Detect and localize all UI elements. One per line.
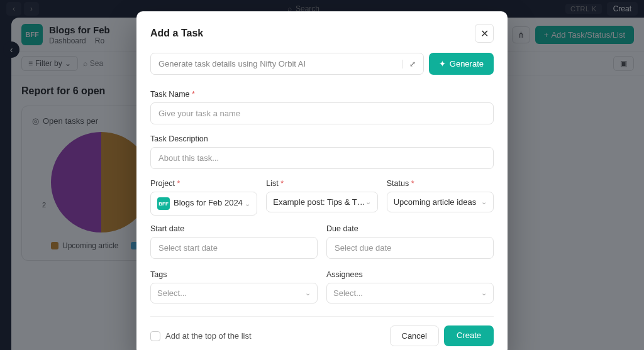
modal-title: Add a Task (150, 28, 203, 39)
due-date-label: Due date (326, 224, 494, 233)
add-top-label: Add at the top of the list (165, 331, 252, 341)
add-task-modal: Add a Task ✕ Generate task details using… (136, 11, 508, 350)
status-label: Status * (387, 179, 494, 188)
cancel-button[interactable]: Cancel (390, 325, 439, 346)
chevron-down-icon: ⌄ (305, 289, 311, 297)
list-select[interactable]: Example post: Tips & T… ⌄ (266, 192, 377, 212)
status-select[interactable]: Upcoming article ideas ⌄ (387, 192, 494, 212)
task-desc-input[interactable]: About this task... (150, 147, 494, 169)
due-date-input[interactable]: Select due date (326, 237, 494, 259)
list-label: List * (266, 179, 377, 188)
ai-placeholder: Generate task details using Nifty Orbit … (158, 59, 306, 68)
start-date-label: Start date (150, 224, 318, 233)
task-name-input[interactable]: Give your task a name (150, 102, 494, 124)
close-icon: ✕ (480, 28, 489, 40)
project-label: Project * (150, 179, 257, 188)
chevron-down-icon: ⌄ (481, 198, 487, 206)
assignees-label: Assignees (326, 270, 494, 279)
chevron-down-icon: ⌄ (245, 200, 250, 208)
assignees-select[interactable]: Select... ⌄ (326, 283, 494, 304)
checkbox[interactable] (150, 331, 160, 341)
expand-icon[interactable]: ⤢ (402, 60, 416, 68)
task-name-label: Task Name * (150, 90, 494, 99)
chevron-down-icon: ⌄ (481, 289, 487, 297)
create-button[interactable]: Create (444, 325, 494, 346)
sparkle-icon: ✦ (439, 59, 446, 68)
tags-label: Tags (150, 270, 318, 279)
modal-backdrop[interactable]: Add a Task ✕ Generate task details using… (0, 0, 644, 350)
close-button[interactable]: ✕ (475, 24, 494, 43)
add-top-checkbox-row[interactable]: Add at the top of the list (150, 331, 252, 341)
chevron-down-icon: ⌄ (365, 198, 371, 206)
generate-button[interactable]: ✦ Generate (429, 53, 494, 75)
project-select[interactable]: BFFBlogs for Feb 2024 ⌄ (150, 192, 257, 216)
start-date-input[interactable]: Select start date (150, 237, 318, 259)
tags-select[interactable]: Select... ⌄ (150, 283, 318, 304)
ai-generate-input[interactable]: Generate task details using Nifty Orbit … (150, 53, 424, 75)
task-desc-label: Task Description (150, 134, 494, 143)
